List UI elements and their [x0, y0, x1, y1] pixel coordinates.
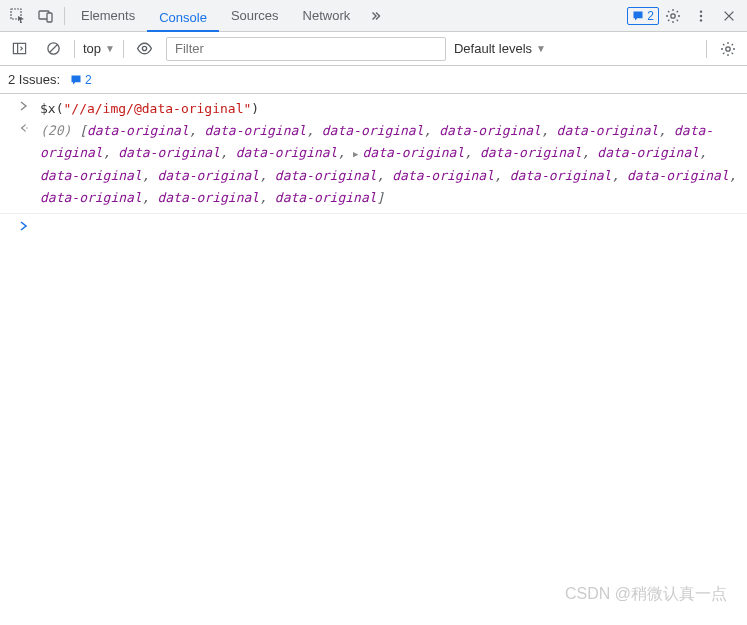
- context-label: top: [83, 41, 101, 56]
- svg-point-11: [143, 46, 147, 50]
- tab-network[interactable]: Network: [291, 0, 363, 32]
- svg-point-13: [26, 127, 27, 128]
- console-output: $x("//a/img/@data-original") (20) [data-…: [0, 94, 747, 235]
- log-levels-selector[interactable]: Default levels ▼: [454, 41, 546, 56]
- array-item[interactable]: data-original: [204, 123, 306, 138]
- console-result-row: (20) [data-original, data-original, data…: [0, 120, 747, 209]
- array-item[interactable]: data-original: [510, 168, 612, 183]
- settings-icon[interactable]: [659, 2, 687, 30]
- more-tabs-icon[interactable]: [362, 2, 390, 30]
- array-item[interactable]: data-original: [275, 168, 377, 183]
- console-prompt-row[interactable]: [0, 213, 747, 231]
- levels-label: Default levels: [454, 41, 532, 56]
- kebab-menu-icon[interactable]: [687, 2, 715, 30]
- input-chevron-icon: [8, 98, 40, 120]
- tab-console[interactable]: Console: [147, 0, 219, 32]
- chevron-down-icon: ▼: [105, 43, 115, 54]
- array-item[interactable]: data-original: [236, 145, 338, 160]
- filter-input[interactable]: [166, 37, 446, 61]
- console-command: $x("//a/img/@data-original"): [40, 98, 739, 120]
- array-item[interactable]: data-original: [87, 123, 189, 138]
- watermark: CSDN @稍微认真一点: [565, 584, 727, 605]
- result-array[interactable]: (20) [data-original, data-original, data…: [40, 120, 739, 209]
- svg-point-12: [726, 46, 730, 50]
- array-item[interactable]: data-original: [157, 190, 259, 205]
- array-item[interactable]: data-original: [392, 168, 494, 183]
- output-chevron-icon: [8, 120, 40, 209]
- array-item[interactable]: data-original: [439, 123, 541, 138]
- issues-badge[interactable]: 2: [66, 71, 96, 89]
- svg-line-10: [49, 45, 57, 53]
- device-icon[interactable]: [32, 2, 60, 30]
- array-item[interactable]: data-original: [118, 145, 220, 160]
- close-icon[interactable]: [715, 2, 743, 30]
- array-item[interactable]: data-original: [40, 168, 142, 183]
- issues-count: 2: [85, 73, 92, 87]
- console-settings-icon[interactable]: [715, 36, 741, 62]
- chevron-down-icon: ▼: [536, 43, 546, 54]
- clear-console-icon[interactable]: [40, 36, 66, 62]
- array-item[interactable]: data-original: [557, 123, 659, 138]
- svg-point-3: [671, 13, 675, 17]
- live-expression-icon[interactable]: [132, 36, 158, 62]
- svg-point-4: [700, 10, 702, 12]
- svg-rect-7: [13, 43, 25, 53]
- prompt-chevron-icon: [8, 218, 40, 231]
- sidebar-toggle-icon[interactable]: [6, 36, 32, 62]
- svg-point-6: [700, 19, 702, 21]
- tab-elements[interactable]: Elements: [69, 0, 147, 32]
- array-item[interactable]: data-original: [480, 145, 582, 160]
- issues-label: 2 Issues:: [8, 72, 60, 87]
- inspect-icon[interactable]: [4, 2, 32, 30]
- array-item[interactable]: data-original: [627, 168, 729, 183]
- tab-sources[interactable]: Sources: [219, 0, 291, 32]
- array-item[interactable]: data-original: [157, 168, 259, 183]
- array-item[interactable]: data-original: [40, 190, 142, 205]
- expand-icon[interactable]: ▶: [353, 149, 358, 159]
- array-item[interactable]: data-original: [275, 190, 377, 205]
- context-selector[interactable]: top ▼: [83, 41, 115, 56]
- array-item[interactable]: data-original: [322, 123, 424, 138]
- svg-point-5: [700, 14, 702, 16]
- svg-rect-2: [47, 13, 52, 22]
- messages-count: 2: [647, 9, 654, 23]
- messages-badge[interactable]: 2: [627, 7, 659, 25]
- array-item[interactable]: data-original: [597, 145, 699, 160]
- console-input-row: $x("//a/img/@data-original"): [0, 98, 747, 120]
- array-item[interactable]: data-original: [363, 145, 465, 160]
